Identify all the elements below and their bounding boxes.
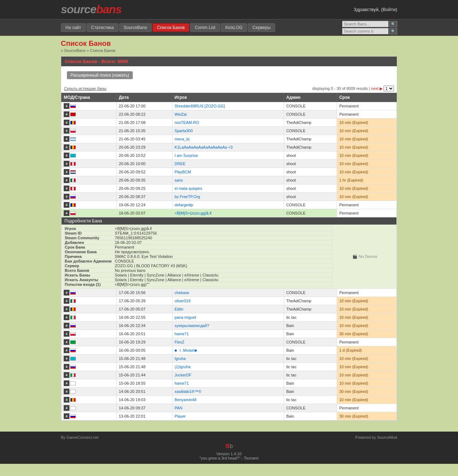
table-row[interactable]: 420-06-20 09:52PlayBCMshoot10 min (Expir… [62,168,397,176]
ban-player[interactable]: pana miguel [172,313,284,322]
table-row[interactable]: 414-06-20 20:51xasiklaki1®™©Bain30 min (… [62,388,397,396]
nav-servers[interactable]: Серверы [248,23,275,32]
next-page-link[interactable]: next ▶ [371,86,383,91]
ban-date: 21-06-20 17:08 [116,119,172,127]
ban-player[interactable]: Sparta300 [172,127,284,135]
advanced-search-toggle[interactable]: Расширенный поиск (нажать) [67,71,133,79]
table-row[interactable]: 422-06-20 17:00Shredder89RUS [ZOZO.GG]CO… [62,102,397,110]
ban-player[interactable]: meca_bj [172,135,284,143]
mod-icon: 4 [64,347,69,353]
ban-player[interactable]: Eldin [172,305,284,313]
ban-player[interactable]: xasiklaki1®™© [172,388,284,396]
ban-player[interactable]: by FreeTP.Org [172,193,284,201]
detail-label: Добавлен [65,240,115,245]
nav-commlist[interactable]: Comm List [190,23,220,32]
ban-date: 16-06-20 00:05 [116,346,172,355]
nav-banlist[interactable]: Список Банов [152,23,189,32]
table-row[interactable]: 416-06-20 19:29FlexZCONSOLEPermanent [62,338,397,346]
ban-duration: 10 min (Expired) [337,297,397,305]
search-comms-input[interactable] [342,28,389,34]
ban-date: 18-06-20 02:07 [116,209,172,217]
table-row[interactable]: 421-06-20 17:08nosTEAM-ROTheAdiChamp10 m… [62,119,397,127]
ban-player[interactable]: I am Surprise [172,152,284,160]
table-row[interactable]: 416-06-20 20:51hame71Bain30 min (Expired… [62,330,397,338]
table-row[interactable]: 417-06-20 05:39oliver019TheAdiChamp10 mi… [62,297,397,305]
ban-player[interactable]: defargedip [172,201,284,209]
table-row[interactable]: 421-06-20 15:35Sparta300CONSOLE10 min (E… [62,127,397,135]
table-row[interactable]: 420-06-20 10:52I am Surpriseshoot10 min … [62,152,397,160]
table-row[interactable]: 418-06-20 02:07<B[M]S>(zozo.gg)å.¢CONSOL… [62,209,397,217]
mod-icon: 4 [64,298,69,304]
mod-icon: 4 [64,120,69,125]
ban-player[interactable]: Shredder89RUS [ZOZO.GG] [172,102,284,110]
ban-player[interactable]: Player [172,412,284,420]
table-row[interactable]: 416-06-20 22:34хуекрылааписдаб?Bain10 mi… [62,322,397,330]
detail-label: Причина [65,254,115,259]
flag-cn [70,112,76,116]
table-row[interactable]: 414-06-20 09:37PANCONSOLEPermanent [62,404,397,412]
table-row[interactable]: 415-06-20 21:48Igruhatic tac10 min (Expi… [62,355,397,363]
nav-stats[interactable]: Статистика [87,23,118,32]
table-row[interactable]: 414-06-20 19:03Benyamin48tic tac10 min (… [62,396,397,404]
detail-label: Сервер [65,264,115,268]
mod-icon: 4 [64,161,69,167]
detail-label: Окончание Бана [65,250,115,254]
ban-date: 20-06-20 10:00 [116,160,172,168]
table-row[interactable]: 415-06-20 21:48(1)Igruhatic tac10 min (E… [62,363,397,371]
ban-player[interactable]: JockerDF [172,371,284,379]
mod-icon: 4 [64,356,69,361]
ban-admin: TheAdiChamp [284,119,337,127]
table-row[interactable]: 413-06-20 22:01PlayerBain30 min (Expired… [62,412,397,420]
search-bans-input[interactable] [342,21,389,27]
ban-player[interactable]: PAN [172,404,284,412]
ban-player[interactable]: FlexZ [172,338,284,346]
table-row[interactable]: 415-06-20 18:55hame71Bain10 min (Expired… [62,379,397,388]
ban-player[interactable]: <B[M]S>(zozo.gg)å.¢ [172,209,284,217]
ban-admin: CONSOLE [284,404,337,412]
ban-player[interactable]: oliver019 [172,297,284,305]
ban-admin: CONSOLE [284,102,337,110]
nav-home[interactable]: На сайт [61,23,86,32]
table-row[interactable]: 416-06-20 22:55pana migueltic tac10 min … [62,313,397,322]
table-row[interactable]: 416-06-20 00:05■ Ｉ.Мoisei■Bain1 d (Expir… [62,346,397,355]
page-select[interactable]: 1 [384,86,394,91]
ban-player[interactable]: ■ Ｉ.Мoisei■ [172,346,284,355]
ban-date: 22-06-20 08:22 [116,110,172,119]
nav-sourcebans[interactable]: SourceBans [119,23,152,32]
table-row[interactable]: 421-06-20 03:45meca_bjTheAdiChamp10 min … [62,135,397,143]
search-comms-button[interactable]: 🔍 [389,28,397,34]
ban-player[interactable]: sans [172,176,284,184]
mod-icon: 4 [64,111,69,117]
table-row[interactable]: 420-06-20 10:00DREEshoot10 min (Expired) [62,160,397,168]
ban-player[interactable]: Benyamin48 [172,396,284,404]
ban-player[interactable]: WeiZai [172,110,284,119]
table-row[interactable]: 420-06-20 08:37by FreeTP.Orgshoot10 min … [62,193,397,201]
ban-player[interactable]: (1)Igruha [172,363,284,371]
table-row[interactable]: 415-06-20 21:44JockerDFtic tac10 min (Ex… [62,371,397,379]
ban-player[interactable]: DREE [172,160,284,168]
mod-icon: 4 [64,306,69,312]
table-row[interactable]: 422-06-20 08:22WeiZaiCONSOLEPermanent [62,110,397,119]
table-row[interactable]: 420-06-20 09:25el mata quispesshoot10 mi… [62,184,397,193]
ban-player[interactable]: хуекрылааписдаб? [172,322,284,330]
ban-player[interactable]: Igruha [172,355,284,363]
ban-date: 16-06-20 22:34 [116,322,172,330]
nav-kicklog[interactable]: KickLOG [221,23,247,32]
flag-kz [70,154,76,158]
version-info: Version 1.4.10 "you grew a 3rd head?" - … [4,452,454,460]
search-bans-button[interactable]: 🔍 [389,21,397,27]
ban-player[interactable]: PlayBCM [172,168,284,176]
page-title: Список Банов [61,39,397,48]
table-row[interactable]: 419-06-20 12:24defargedipCONSOLEPermanen… [62,201,397,209]
ban-player[interactable]: K1LaAaAaAaAaAaAaAaAaAa <3 [172,143,284,152]
table-row[interactable]: 417-06-20 15:56chekaseCONSOLEPermanent [62,289,397,297]
ban-player[interactable]: nosTEAM-RO [172,119,284,127]
table-row[interactable]: 417-06-20 05:07EldinTheAdiChamp10 min (E… [62,305,397,313]
hide-expired-toggle[interactable]: Скрыть истекшие баны [64,86,106,91]
ban-player[interactable]: hame71 [172,379,284,388]
table-row[interactable]: 420-06-20 09:35sansshoot1 hr (Expired) [62,176,397,184]
ban-player[interactable]: el mata quispes [172,184,284,193]
ban-player[interactable]: chekase [172,289,284,297]
table-row[interactable]: 420-06-20 23:29K1LaAaAaAaAaAaAaAaAaAa <3… [62,143,397,152]
ban-player[interactable]: hame71 [172,330,284,338]
